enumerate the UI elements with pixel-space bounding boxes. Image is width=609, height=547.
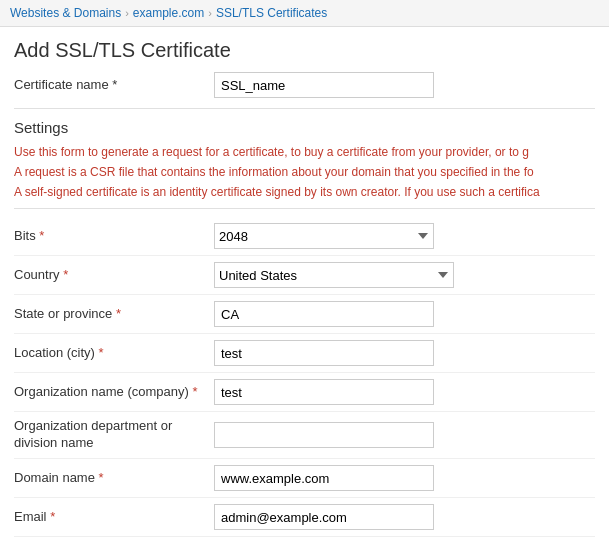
org-name-label: Organization name (company) * (14, 384, 214, 401)
form-fields: Bits * 512 1024 2048 4096 Country * Unit… (14, 217, 595, 537)
field-row-org-name: Organization name (company) * (14, 373, 595, 412)
domain-input[interactable] (214, 465, 434, 491)
breadcrumb-ssl-certs[interactable]: SSL/TLS Certificates (216, 6, 327, 20)
field-row-state: State or province * (14, 295, 595, 334)
location-input[interactable] (214, 340, 434, 366)
breadcrumb-sep-2: › (208, 7, 212, 19)
field-row-org-dept: Organization department ordivision name (14, 412, 595, 459)
bits-select-wrap: 512 1024 2048 4096 (214, 223, 434, 249)
org-dept-input[interactable] (214, 422, 434, 448)
certificate-name-row: Certificate name * (14, 72, 595, 109)
org-name-input[interactable] (214, 379, 434, 405)
breadcrumb: Websites & Domains › example.com › SSL/T… (0, 0, 609, 27)
state-label: State or province * (14, 306, 214, 323)
bits-label: Bits * (14, 228, 214, 245)
field-row-email: Email * (14, 498, 595, 537)
breadcrumb-sep-1: › (125, 7, 129, 19)
org-dept-label: Organization department ordivision name (14, 418, 214, 452)
domain-label: Domain name * (14, 470, 214, 487)
email-input[interactable] (214, 504, 434, 530)
field-row-country: Country * United States Canada United Ki… (14, 256, 595, 295)
main-content: Add SSL/TLS Certificate Certificate name… (0, 27, 609, 547)
breadcrumb-websites-domains[interactable]: Websites & Domains (10, 6, 121, 20)
country-select-wrap: United States Canada United Kingdom Aust… (214, 262, 454, 288)
country-select[interactable]: United States Canada United Kingdom Aust… (214, 262, 454, 288)
email-label: Email * (14, 509, 214, 526)
certificate-name-input[interactable] (214, 72, 434, 98)
settings-divider (14, 208, 595, 209)
breadcrumb-example-com[interactable]: example.com (133, 6, 204, 20)
location-label: Location (city) * (14, 345, 214, 362)
certificate-name-label: Certificate name * (14, 77, 214, 94)
state-input[interactable] (214, 301, 434, 327)
field-row-domain: Domain name * (14, 459, 595, 498)
info-text-2: A request is a CSR file that contains th… (14, 164, 595, 181)
bits-select[interactable]: 512 1024 2048 4096 (214, 223, 434, 249)
field-row-location: Location (city) * (14, 334, 595, 373)
field-row-bits: Bits * 512 1024 2048 4096 (14, 217, 595, 256)
page-title: Add SSL/TLS Certificate (14, 39, 595, 62)
country-label: Country * (14, 267, 214, 284)
settings-section-title: Settings (14, 119, 595, 136)
info-text-3: A self-signed certificate is an identity… (14, 184, 595, 201)
info-text-1: Use this form to generate a request for … (14, 144, 595, 161)
